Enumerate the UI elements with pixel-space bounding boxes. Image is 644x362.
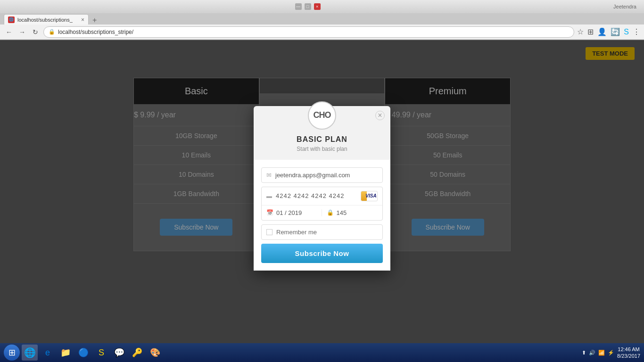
tab-favicon: 🌐 — [8, 16, 15, 23]
card-expiry-cvv-row: 📅 01 / 2019 🔒 145 — [262, 206, 382, 220]
window-close-btn[interactable]: × — [314, 3, 321, 10]
tab-close-btn[interactable]: × — [81, 16, 84, 23]
modal-header: CHO × BASIC PLAN Start with basic plan — [254, 106, 390, 160]
card-number-row[interactable]: ▬ 4242 4242 4242 4242 VISA — [262, 187, 382, 206]
browser-chrome: — □ × Jeetendra 🌐 localhost/subscription… — [0, 0, 644, 40]
visa-text: VISA — [365, 193, 376, 198]
cvv-value: 145 — [337, 209, 347, 216]
email-field[interactable]: ✉ jeetendra.apps@gmail.com — [261, 167, 383, 183]
modal-close-btn[interactable]: × — [375, 111, 385, 120]
subscribe-now-button[interactable]: Subscribe Now — [261, 244, 383, 263]
browser-titlebar: — □ × Jeetendra — [0, 0, 644, 13]
taskbar: ⊞ 🌐 e 📁 🔵 S 💬 🔑 🎨 ⬆ 🔊 📶 ⚡ 12:46 AM 8/23/… — [0, 343, 644, 362]
bookmark-icon[interactable]: ☆ — [577, 27, 584, 36]
sync-icon[interactable]: 🔄 — [611, 27, 620, 36]
user-name: Jeetendra — [613, 4, 636, 9]
taskbar-paint[interactable]: 🎨 — [147, 345, 163, 361]
address-bar[interactable]: 🔒 localhost/subscriptions_stripe/ — [43, 26, 574, 38]
remember-checkbox[interactable] — [266, 229, 272, 235]
taskbar-skype[interactable]: 💬 — [111, 345, 127, 361]
card-field-box: ▬ 4242 4242 4242 4242 VISA 📅 01 / 2019 — [261, 187, 383, 221]
tab-title: localhost/subscriptions_ — [17, 17, 73, 23]
visa-badge: VISA — [361, 191, 378, 201]
calendar-icon: 📅 — [266, 209, 273, 216]
maximize-btn[interactable]: □ — [305, 3, 311, 10]
minimize-btn[interactable]: — — [295, 3, 302, 10]
modal-body: ✉ jeetendra.apps@gmail.com ▬ 4242 4242 4… — [254, 160, 390, 271]
card-number: 4242 4242 4242 4242 — [276, 192, 357, 199]
payment-modal: CHO × BASIC PLAN Start with basic plan ✉… — [254, 106, 390, 271]
modal-subtitle: Start with basic plan — [297, 146, 347, 152]
tray-icon-1: ⬆ — [582, 350, 586, 356]
taskbar-edge[interactable]: e — [40, 345, 56, 361]
extension-icon[interactable]: ⊞ — [587, 27, 594, 36]
toolbar-icons: ☆ ⊞ 👤 🔄 S ⋮ — [577, 27, 640, 36]
expiry-field[interactable]: 📅 01 / 2019 — [266, 209, 318, 216]
page-content: Basic $ 9.99 / year 10GB Storage 10 Emai… — [0, 40, 644, 355]
menu-icon[interactable]: ⋮ — [633, 27, 640, 36]
email-icon: ✉ — [266, 172, 272, 179]
url-text: localhost/subscriptions_stripe/ — [58, 29, 133, 35]
tray-icon-4: ⚡ — [608, 350, 614, 356]
modal-logo: CHO — [308, 101, 336, 130]
modal-title: BASIC PLAN — [297, 135, 347, 144]
forward-btn[interactable]: → — [17, 27, 27, 37]
tray-icon-2: 🔊 — [589, 350, 595, 356]
clock-time: 12:46 AM — [617, 346, 640, 353]
lock-icon: 🔒 — [327, 209, 334, 216]
reload-btn[interactable]: ↻ — [30, 27, 41, 37]
browser-tab[interactable]: 🌐 localhost/subscriptions_ × — [4, 14, 89, 25]
person-icon[interactable]: 👤 — [597, 27, 607, 36]
taskbar-slides[interactable]: S — [93, 345, 109, 361]
tray-icon-3: 📶 — [598, 350, 605, 356]
system-clock: 12:46 AM 8/23/2017 — [617, 346, 640, 360]
remember-label: Remember me — [276, 229, 317, 236]
email-value: jeetendra.apps@gmail.com — [275, 172, 350, 179]
cvv-field[interactable]: 🔒 145 — [322, 209, 378, 216]
taskbar-ie[interactable]: 🌐 — [22, 345, 38, 361]
card-icon: ▬ — [266, 193, 272, 199]
taskbar-key[interactable]: 🔑 — [129, 345, 145, 361]
clock-date: 8/23/2017 — [617, 353, 640, 359]
browser-toolbar: ← → ↻ 🔒 localhost/subscriptions_stripe/ … — [0, 25, 644, 40]
expiry-value: 01 / 2019 — [276, 209, 302, 216]
skype-icon[interactable]: S — [624, 28, 629, 36]
taskbar-chrome[interactable]: 🔵 — [75, 345, 91, 361]
taskbar-folder[interactable]: 📁 — [58, 345, 74, 361]
modal-overlay: CHO × BASIC PLAN Start with basic plan ✉… — [0, 40, 644, 355]
remember-me-field[interactable]: Remember me — [261, 224, 383, 240]
back-btn[interactable]: ← — [4, 27, 14, 37]
new-tab-btn[interactable]: + — [89, 16, 100, 25]
start-button[interactable]: ⊞ — [4, 345, 20, 361]
system-tray: ⬆ 🔊 📶 ⚡ 12:46 AM 8/23/2017 — [582, 346, 640, 360]
